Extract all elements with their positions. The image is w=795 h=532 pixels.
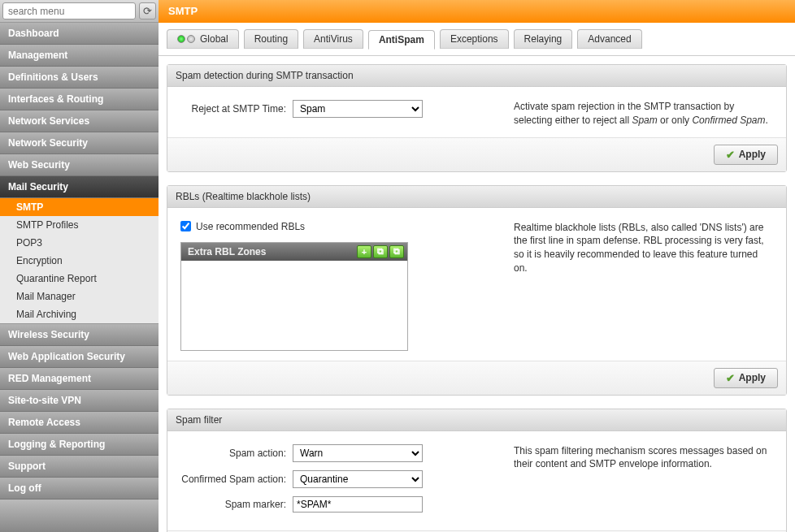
apply-button[interactable]: ✔ Apply	[714, 368, 778, 388]
spam-action-select[interactable]: Warn	[293, 444, 423, 462]
tab-label: Advanced	[588, 33, 631, 45]
sidebar-item-support[interactable]: Support	[0, 456, 159, 478]
folder-export-icon[interactable]: ⧉	[389, 245, 404, 258]
add-icon[interactable]: +	[357, 245, 371, 258]
sidebar-item-network-security[interactable]: Network Security	[0, 132, 159, 154]
led-off-icon	[187, 35, 195, 43]
tab-routing[interactable]: Routing	[244, 29, 298, 49]
tab-label: Exceptions	[450, 33, 498, 45]
tab-antispam[interactable]: AntiSpam	[368, 30, 435, 50]
sidebar-item-web-application-security[interactable]: Web Application Security	[0, 346, 159, 368]
main: SMTP Global Routing AntiVirus AntiSpam E…	[159, 0, 795, 532]
apply-button[interactable]: ✔ Apply	[714, 145, 778, 165]
sidebar-sub-mail-manager[interactable]: Mail Manager	[0, 288, 159, 305]
sidebar-item-remote-access[interactable]: Remote Access	[0, 412, 159, 434]
sidebar-item-web-security[interactable]: Web Security	[0, 154, 159, 176]
sidebar-item-log-off[interactable]: Log off	[0, 478, 159, 500]
sidebar-item-wireless-security[interactable]: Wireless Security	[0, 324, 159, 346]
apply-label: Apply	[739, 372, 766, 383]
listbox-title: Extra RBL Zones	[188, 246, 266, 257]
spam-action-label: Spam action:	[180, 448, 286, 459]
panel-header: Spam detection during SMTP transaction	[167, 65, 786, 87]
tab-label: Routing	[254, 33, 288, 45]
mail-security-subnav: SMTP SMTP Profiles POP3 Encryption Quara…	[0, 198, 159, 324]
sidebar-item-red-management[interactable]: RED Management	[0, 368, 159, 390]
spam-marker-label: Spam marker:	[180, 499, 286, 510]
content-area: Global Routing AntiVirus AntiSpam Except…	[159, 23, 795, 532]
panel-spam-filter: Spam filter Spam action: Warn Confirmed …	[167, 409, 787, 532]
check-icon: ✔	[726, 372, 735, 384]
sidebar-item-dashboard[interactable]: Dashboard	[0, 23, 159, 45]
panel-header: Spam filter	[167, 409, 786, 431]
sidebar-item-interfaces-routing[interactable]: Interfaces & Routing	[0, 89, 159, 110]
tab-label: AntiSpam	[379, 34, 424, 45]
sidebar-spacer	[0, 500, 159, 532]
status-leds	[177, 35, 195, 43]
tab-relaying[interactable]: Relaying	[514, 29, 573, 49]
sidebar-item-management[interactable]: Management	[0, 45, 159, 67]
panel-spam-detection: Spam detection during SMTP transaction R…	[167, 64, 787, 172]
sidebar-sub-pop3[interactable]: POP3	[0, 234, 159, 252]
sidebar: ⟳ Dashboard Management Definitions & Use…	[0, 0, 159, 532]
sidebar-sub-quarantine-report[interactable]: Quarantine Report	[0, 270, 159, 288]
search-input[interactable]	[2, 2, 136, 19]
tab-bar: Global Routing AntiVirus AntiSpam Except…	[159, 29, 795, 56]
reject-smtp-label: Reject at SMTP Time:	[180, 103, 286, 115]
tab-antivirus[interactable]: AntiVirus	[303, 29, 363, 49]
tab-global[interactable]: Global	[167, 29, 239, 49]
search-row: ⟳	[0, 0, 159, 23]
apply-label: Apply	[739, 149, 766, 160]
sidebar-item-network-services[interactable]: Network Services	[0, 110, 159, 132]
sidebar-sub-mail-archiving[interactable]: Mail Archiving	[0, 305, 159, 323]
check-icon: ✔	[726, 149, 735, 161]
sidebar-item-site-to-site-vpn[interactable]: Site-to-site VPN	[0, 390, 159, 412]
use-recommended-rbls-checkbox[interactable]	[180, 221, 191, 231]
tab-label: Relaying	[524, 33, 563, 45]
panel2-description: Realtime blackhole lists (RBLs, also cal…	[514, 221, 773, 351]
panel3-description: This spam filtering mechanism scores mes…	[514, 444, 773, 521]
reject-smtp-select[interactable]: Spam	[293, 100, 423, 118]
tab-exceptions[interactable]: Exceptions	[440, 29, 509, 49]
spam-marker-input[interactable]	[293, 496, 423, 513]
listbox-body[interactable]	[181, 261, 407, 350]
sidebar-sub-smtp-profiles[interactable]: SMTP Profiles	[0, 216, 159, 234]
use-recommended-rbls-label: Use recommended RBLs	[196, 221, 305, 232]
tab-label: AntiVirus	[314, 33, 353, 45]
sidebar-item-definitions-users[interactable]: Definitions & Users	[0, 67, 159, 89]
folder-import-icon[interactable]: ⧉	[373, 245, 388, 258]
tab-label: Global	[200, 33, 228, 45]
tab-advanced[interactable]: Advanced	[577, 29, 641, 49]
sidebar-item-mail-security[interactable]: Mail Security	[0, 176, 159, 198]
refresh-icon[interactable]: ⟳	[139, 2, 156, 19]
sidebar-item-logging-reporting[interactable]: Logging & Reporting	[0, 434, 159, 456]
panel-header: RBLs (Realtime blackhole lists)	[167, 186, 786, 208]
extra-rbl-zones-list: Extra RBL Zones + ⧉ ⧉	[180, 242, 408, 351]
panel-rbls: RBLs (Realtime blackhole lists) Use reco…	[167, 185, 787, 396]
panel1-description: Activate spam rejection in the SMTP tran…	[514, 100, 773, 128]
sidebar-sub-encryption[interactable]: Encryption	[0, 252, 159, 270]
page-title: SMTP	[159, 0, 795, 23]
led-on-icon	[177, 35, 185, 43]
confirmed-spam-action-label: Confirmed Spam action:	[180, 474, 286, 485]
sidebar-sub-smtp[interactable]: SMTP	[0, 198, 159, 216]
confirmed-spam-action-select[interactable]: Quarantine	[293, 470, 423, 488]
